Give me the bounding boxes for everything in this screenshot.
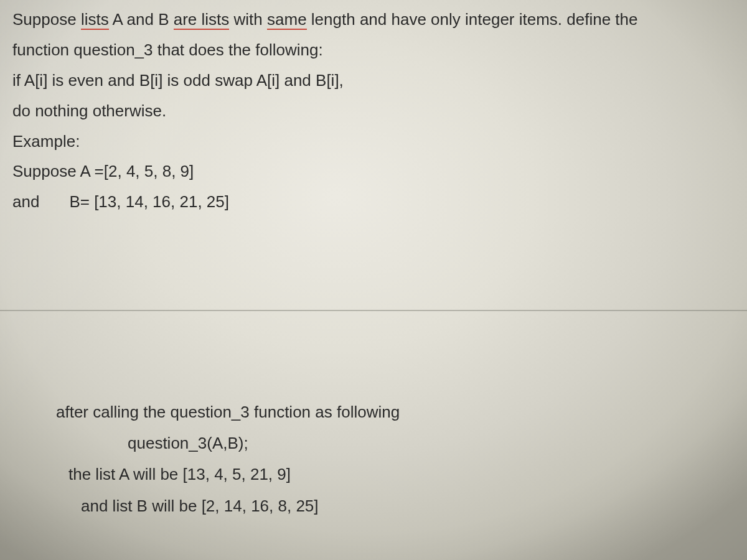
problem-line-2: function question_3 that does the follow…: [12, 37, 703, 63]
text-segment: length and have only integer items. defi…: [307, 10, 638, 29]
example-label: Example:: [12, 128, 703, 155]
problem-statement: Suppose lists A and B are lists with sam…: [12, 6, 703, 219]
problem-line-3: if A[i] is even and B[i] is odd swap A[i…: [12, 67, 703, 94]
function-call-line: question_3(A,B);: [128, 429, 703, 457]
problem-line-1: Suppose lists A and B are lists with sam…: [12, 6, 703, 33]
text-segment: Suppose: [12, 10, 81, 29]
example-list-a: Suppose A =[2, 4, 5, 8, 9]: [12, 158, 703, 185]
text-segment: A and B: [109, 10, 174, 29]
result-list-b: and list B will be [2, 14, 16, 8, 25]: [81, 492, 703, 520]
text-segment: with: [229, 10, 267, 29]
result-block: after calling the question_3 function as…: [56, 398, 703, 523]
after-calling-line: after calling the question_3 function as…: [56, 398, 703, 426]
example-list-b: andB= [13, 14, 16, 21, 25]: [12, 189, 703, 215]
underlined-word-lists: lists: [81, 10, 109, 30]
example-b-value: B= [13, 14, 16, 21, 25]: [69, 192, 229, 211]
problem-line-4: do nothing otherwise.: [12, 98, 703, 124]
result-list-a: the list A will be [13, 4, 5, 21, 9]: [68, 460, 703, 488]
question-page: Suppose lists A and B are lists with sam…: [0, 0, 747, 560]
section-divider: [0, 310, 747, 311]
example-and-word: and: [12, 189, 39, 215]
underlined-word-are-lists: are lists: [174, 10, 230, 30]
underlined-word-same: same: [267, 10, 307, 30]
